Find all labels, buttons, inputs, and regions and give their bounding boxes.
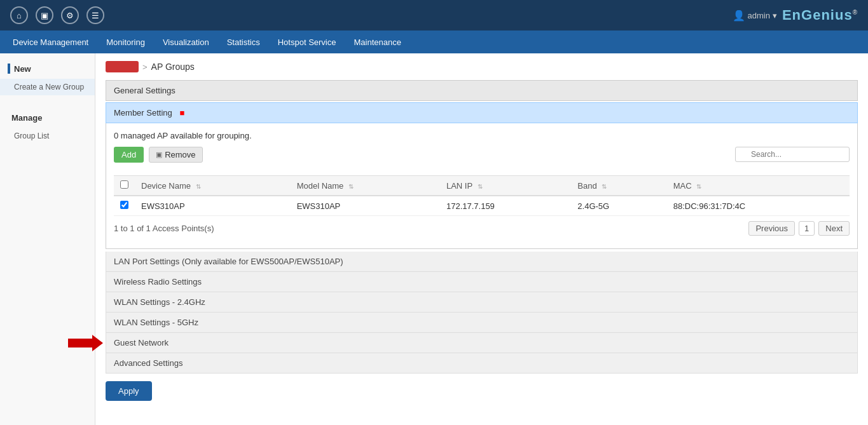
nav-visualization[interactable]: Visualization: [155, 34, 217, 51]
breadcrumb-current: AP Groups: [151, 62, 195, 72]
brand-registered: ®: [853, 9, 858, 16]
cell-band: 2.4G-5G: [571, 196, 666, 216]
guest-network-label: Guest Network: [114, 338, 169, 347]
sort-mac-icon[interactable]: ⇅: [696, 183, 701, 190]
ap-table: Device Name ⇅ Model Name ⇅ LAN IP ⇅ Ba: [114, 175, 850, 216]
active-bar: [8, 64, 10, 74]
row-checkbox-cell: [114, 196, 135, 216]
nav-bar: Device Management Monitoring Visualizati…: [0, 30, 868, 53]
top-bar: ⌂ ▣ ⚙ ☰ 👤 admin ▾ EnGenius®: [0, 0, 868, 30]
sidebar-new-label: New: [14, 64, 31, 74]
member-setting-bar[interactable]: Member Setting ■: [106, 102, 858, 123]
layout: New Create a New Group Manage Group List…: [0, 53, 868, 425]
search-input[interactable]: [735, 147, 850, 162]
right-arrow-svg: [68, 334, 103, 353]
breadcrumb-separator: >: [142, 62, 148, 72]
cell-mac: 88:DC:96:31:7D:4C: [667, 196, 850, 216]
sidebar-create-group[interactable]: Create a New Group: [0, 79, 95, 95]
sort-ip-icon[interactable]: ⇅: [478, 183, 483, 190]
remove-label: Remove: [165, 150, 195, 159]
pagination-bar: 1 to 1 of 1 Access Points(s) Previous 1 …: [114, 216, 850, 241]
remove-button[interactable]: ▣ Remove: [149, 147, 202, 163]
admin-info: 👤 admin ▾: [733, 10, 777, 22]
pagination-controls: Previous 1 Next: [748, 221, 850, 236]
home-icon[interactable]: ⌂: [10, 6, 28, 24]
nav-device-management[interactable]: Device Management: [5, 34, 96, 51]
breadcrumb: > AP Groups: [106, 61, 858, 72]
col-lan-ip: LAN IP ⇅: [440, 176, 571, 196]
settings-icon[interactable]: ⚙: [61, 6, 79, 24]
col-select-all: [114, 176, 135, 196]
brand-text: En: [782, 7, 801, 23]
wireless-radio-bar[interactable]: Wireless Radio Settings: [106, 272, 858, 292]
cell-model-name: EWS310AP: [291, 196, 440, 216]
admin-icon: 👤: [733, 10, 745, 22]
required-indicator: ■: [179, 108, 184, 118]
pagination-info: 1 to 1 of 1 Access Points(s): [114, 224, 214, 233]
member-setting-label: Member Setting: [114, 108, 172, 118]
sections-list: LAN Port Settings (Only available for EW…: [106, 252, 858, 374]
row-checkbox[interactable]: [120, 201, 128, 209]
main-content: > AP Groups General Settings Member Sett…: [95, 53, 868, 425]
brand-logo: EnGenius®: [782, 7, 858, 24]
nav-monitoring[interactable]: Monitoring: [99, 34, 153, 51]
member-info-text: 0 managed AP available for grouping.: [114, 131, 850, 140]
admin-label: admin: [748, 11, 770, 20]
general-settings-bar[interactable]: General Settings: [106, 80, 858, 101]
page-number: 1: [799, 221, 815, 236]
nav-maintenance[interactable]: Maintenance: [346, 34, 408, 51]
add-remove-group: Add ▣ Remove: [114, 147, 203, 163]
table-row: EWS310AP EWS310AP 172.17.7.159 2.4G-5G 8…: [114, 196, 850, 216]
search-wrapper: 🔍: [735, 147, 850, 162]
save-icon[interactable]: ▣: [36, 6, 53, 24]
top-right: 👤 admin ▾ EnGenius®: [733, 7, 858, 24]
brand-accent: Genius: [801, 7, 853, 23]
sidebar-group-list[interactable]: Group List: [0, 128, 95, 144]
guest-network-bar[interactable]: Guest Network: [106, 333, 858, 353]
sort-band-icon[interactable]: ⇅: [602, 183, 607, 190]
top-icons: ⌂ ▣ ⚙ ☰: [10, 6, 104, 24]
cell-device-name: EWS310AP: [135, 196, 291, 216]
sidebar-manage-heading[interactable]: Manage: [0, 108, 95, 128]
apply-button[interactable]: Apply: [106, 381, 152, 401]
breadcrumb-link[interactable]: [106, 61, 139, 72]
nav-statistics[interactable]: Statistics: [219, 34, 268, 51]
advanced-settings-bar[interactable]: Advanced Settings: [106, 353, 858, 374]
previous-button[interactable]: Previous: [748, 221, 795, 236]
sort-model-icon[interactable]: ⇅: [348, 183, 354, 190]
lan-port-bar[interactable]: LAN Port Settings (Only available for EW…: [106, 252, 858, 272]
wlan-24-bar[interactable]: WLAN Settings - 2.4GHz: [106, 292, 858, 313]
sort-device-icon[interactable]: ⇅: [196, 183, 201, 190]
add-button[interactable]: Add: [114, 147, 144, 163]
nav-hotspot[interactable]: Hotspot Service: [270, 34, 344, 51]
cell-lan-ip: 172.17.7.159: [440, 196, 571, 216]
sidebar-new-section: New Create a New Group: [0, 53, 95, 100]
remove-icon: ▣: [156, 151, 162, 159]
sidebar-manage-section: Manage Group List: [0, 100, 95, 149]
select-all-checkbox[interactable]: [120, 180, 128, 189]
sidebar-new-heading[interactable]: New: [0, 58, 95, 79]
sidebar: New Create a New Group Manage Group List: [0, 53, 95, 425]
admin-chevron: ▾: [773, 11, 777, 20]
sidebar-manage-label: Manage: [11, 113, 42, 123]
col-band: Band ⇅: [571, 176, 666, 196]
next-button[interactable]: Next: [818, 221, 850, 236]
list-icon[interactable]: ☰: [86, 6, 104, 24]
col-model-name: Model Name ⇅: [291, 176, 440, 196]
arrow-indicator: [68, 334, 103, 353]
svg-marker-0: [68, 335, 103, 351]
wlan-5-bar[interactable]: WLAN Settings - 5GHz: [106, 313, 858, 333]
col-mac: MAC ⇅: [667, 176, 850, 196]
member-setting-content: 0 managed AP available for grouping. Add…: [106, 123, 858, 249]
col-device-name: Device Name ⇅: [135, 176, 291, 196]
